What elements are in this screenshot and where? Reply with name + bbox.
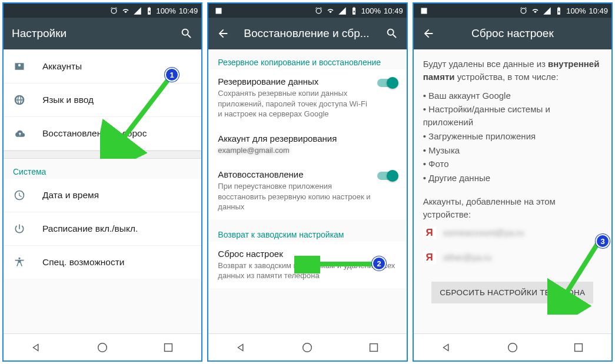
svg-rect-4: [370, 343, 377, 351]
pref-backup-data[interactable]: Резервирование данных Сохранять резервны…: [208, 69, 406, 126]
section-backup: Резервное копирование и восстановление: [208, 49, 406, 69]
svg-rect-5: [421, 8, 427, 14]
back-arrow-icon[interactable]: [422, 27, 435, 40]
section-header-system: Система: [4, 159, 201, 179]
bullet: Ваш аккаунт Google: [423, 89, 602, 102]
nav-bar: [414, 333, 611, 360]
item-label: Расписание вкл./выкл.: [42, 223, 138, 234]
nav-home-icon[interactable]: [301, 341, 314, 354]
battery-percent: 100%: [566, 6, 586, 15]
nav-bar: [4, 333, 201, 360]
svg-rect-7: [575, 343, 583, 351]
accessibility-icon: [14, 256, 25, 268]
account-row[interactable]: Я someaccount@ya.ru: [423, 221, 602, 245]
item-label: Аккаунты: [42, 61, 82, 72]
wifi-icon: [531, 6, 540, 15]
search-icon[interactable]: [385, 27, 398, 40]
globe-icon: [14, 94, 25, 106]
bullet: Фото: [423, 158, 602, 171]
bullet: Другие данные: [423, 172, 602, 185]
account-row[interactable]: Я other@ya.ru: [423, 245, 602, 270]
yandex-icon: Я: [423, 251, 436, 264]
screenshot-icon: [214, 6, 223, 15]
intro-text: Будут удалены все данные из внутренней п…: [423, 58, 602, 84]
account-email-blurred: other@ya.ru: [443, 251, 492, 264]
clock: 10:49: [589, 6, 608, 15]
signal-icon: [133, 6, 142, 15]
svg-point-0: [98, 343, 107, 352]
battery-percent: 100%: [361, 6, 381, 15]
status-bar: 100% 10:49: [208, 4, 406, 18]
battery-icon: [554, 6, 563, 15]
clock: 10:49: [179, 6, 198, 15]
battery-icon: [350, 6, 358, 15]
nav-back-icon[interactable]: [30, 341, 43, 354]
reset-phone-button[interactable]: СБРОСИТЬ НАСТРОЙКИ ТЕЛЕФОНА: [431, 282, 593, 303]
search-icon[interactable]: [180, 27, 193, 40]
status-bar: 100% 10:49: [414, 4, 611, 18]
pref-summary: Возврат к заводским настройкам и удалени…: [218, 261, 397, 281]
pref-autorestore[interactable]: Автовосстановление При переустановке при…: [208, 162, 406, 219]
battery-icon: [145, 6, 154, 15]
settings-list: Аккаунты Язык и ввод Восстановление и сб…: [4, 49, 201, 333]
yandex-icon: Я: [423, 226, 436, 239]
switch-backup[interactable]: [377, 79, 397, 87]
item-label: Спец. возможности: [42, 257, 124, 268]
bullet-list: Ваш аккаунт Google Настройки/данные сист…: [423, 89, 602, 185]
app-bar: Восстановление и сбр...: [208, 18, 406, 49]
switch-autorestore[interactable]: [377, 172, 397, 180]
section-factory: Возврат к заводским настройкам: [208, 219, 406, 242]
nav-back-icon[interactable]: [235, 341, 248, 354]
pref-summary-blurred: example@gmail.com: [218, 145, 397, 156]
bullet: Музыка: [423, 144, 602, 157]
settings-item-backup-reset[interactable]: Восстановление и сброс: [4, 117, 201, 151]
pref-backup-account[interactable]: Аккаунт для резервирования example@gmail…: [208, 126, 406, 163]
account-icon: [14, 61, 25, 72]
item-label: Восстановление и сброс: [42, 128, 147, 139]
back-arrow-icon[interactable]: [217, 27, 230, 40]
item-label: Язык и ввод: [42, 95, 94, 105]
app-bar: Сброс настроек: [414, 18, 611, 49]
backup-list: Резервное копирование и восстановление Р…: [208, 49, 406, 333]
account-email-blurred: someaccount@ya.ru: [443, 226, 524, 239]
settings-item-datetime[interactable]: Дата и время: [4, 179, 201, 212]
pref-title: Аккаунт для резервирования: [218, 133, 397, 143]
clock-icon: [14, 189, 25, 201]
pref-summary: При переустановке приложения восстановит…: [218, 181, 371, 212]
nav-recents-icon[interactable]: [572, 341, 585, 354]
settings-item-language[interactable]: Язык и ввод: [4, 84, 201, 117]
settings-item-schedule[interactable]: Расписание вкл./выкл.: [4, 212, 201, 246]
settings-item-accessibility[interactable]: Спец. возможности: [4, 246, 201, 279]
nav-home-icon[interactable]: [506, 341, 519, 354]
item-label: Дата и время: [42, 190, 99, 201]
nav-home-icon[interactable]: [96, 341, 109, 354]
settings-item-accounts[interactable]: Аккаунты: [4, 50, 201, 84]
alarm-icon: [519, 6, 528, 15]
nav-back-icon[interactable]: [440, 341, 453, 354]
svg-point-6: [508, 343, 517, 352]
nav-recents-icon[interactable]: [367, 341, 380, 354]
battery-percent: 100%: [157, 6, 176, 15]
page-title: Сброс настроек: [449, 27, 576, 40]
page-title: Настройки: [12, 27, 166, 40]
backup-icon: [14, 128, 25, 139]
pref-title: Автовосстановление: [218, 169, 371, 179]
nav-bar: [208, 333, 406, 360]
accounts-label: Аккаунты, добавленные на этом устройстве…: [423, 195, 602, 221]
pref-factory-reset[interactable]: Сброс настроек Возврат к заводским настр…: [208, 242, 406, 288]
signal-icon: [543, 6, 551, 15]
screenshot-icon: [420, 6, 428, 15]
pref-title: Сброс настроек: [218, 249, 397, 259]
page-title: Восстановление и сбр...: [244, 27, 371, 40]
pref-summary: Сохранять резервные копии данных приложе…: [218, 88, 371, 119]
clock: 10:49: [384, 6, 403, 15]
power-icon: [14, 223, 25, 235]
phone-screen-2: 100% 10:49 Восстановление и сбр... Резер…: [207, 2, 407, 362]
wifi-icon: [326, 6, 335, 15]
svg-point-3: [303, 343, 312, 352]
signal-icon: [338, 6, 347, 15]
alarm-icon: [109, 6, 118, 15]
svg-rect-1: [165, 343, 172, 351]
nav-recents-icon[interactable]: [162, 341, 175, 354]
pref-title: Резервирование данных: [218, 76, 371, 86]
